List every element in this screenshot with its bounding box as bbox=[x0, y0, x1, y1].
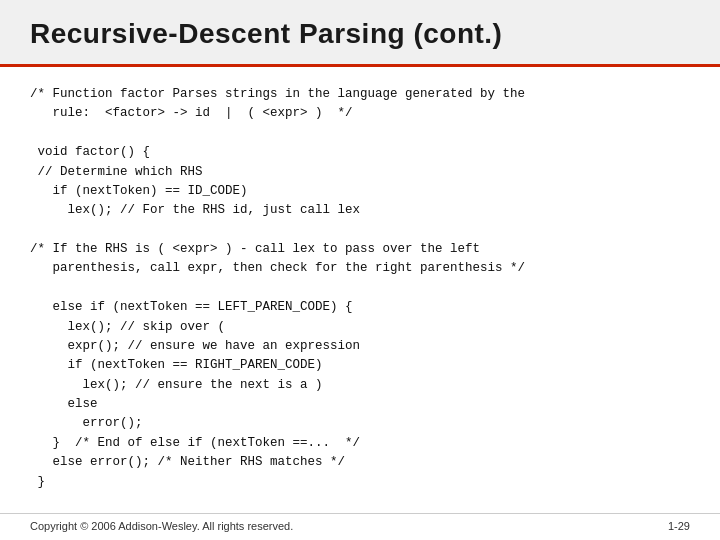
slide: Recursive-Descent Parsing (cont.) /* Fun… bbox=[0, 0, 720, 540]
code-line-5: // Determine which RHS bbox=[30, 165, 203, 179]
code-block: /* Function factor Parses strings in the… bbox=[30, 85, 690, 492]
code-line-16: lex(); // ensure the next is a ) bbox=[30, 378, 323, 392]
slide-content: /* Function factor Parses strings in the… bbox=[0, 67, 720, 513]
code-line-18: error(); bbox=[30, 416, 143, 430]
code-line-20: else error(); /* Neither RHS matches */ bbox=[30, 455, 345, 469]
slide-title: Recursive-Descent Parsing (cont.) bbox=[30, 18, 502, 49]
page-number: 1-29 bbox=[668, 520, 690, 532]
code-line-9: /* If the RHS is ( <expr> ) - call lex t… bbox=[30, 242, 480, 256]
code-line-17: else bbox=[30, 397, 98, 411]
code-line-6: if (nextToken) == ID_CODE) bbox=[30, 184, 248, 198]
code-line-1: /* Function factor Parses strings in the… bbox=[30, 87, 525, 101]
slide-footer: Copyright © 2006 Addison-Wesley. All rig… bbox=[0, 513, 720, 540]
code-line-7: lex(); // For the RHS id, just call lex bbox=[30, 203, 360, 217]
code-line-4: void factor() { bbox=[30, 145, 150, 159]
code-line-10: parenthesis, call expr, then check for t… bbox=[30, 261, 525, 275]
code-line-2: rule: <factor> -> id | ( <expr> ) */ bbox=[30, 106, 353, 120]
title-bar: Recursive-Descent Parsing (cont.) bbox=[0, 0, 720, 67]
code-line-12: else if (nextToken == LEFT_PAREN_CODE) { bbox=[30, 300, 353, 314]
code-line-15: if (nextToken == RIGHT_PAREN_CODE) bbox=[30, 358, 323, 372]
code-line-19: } /* End of else if (nextToken ==... */ bbox=[30, 436, 360, 450]
code-line-13: lex(); // skip over ( bbox=[30, 320, 225, 334]
copyright-text: Copyright © 2006 Addison-Wesley. All rig… bbox=[30, 520, 293, 532]
code-line-14: expr(); // ensure we have an expression bbox=[30, 339, 360, 353]
code-line-21: } bbox=[30, 475, 45, 489]
